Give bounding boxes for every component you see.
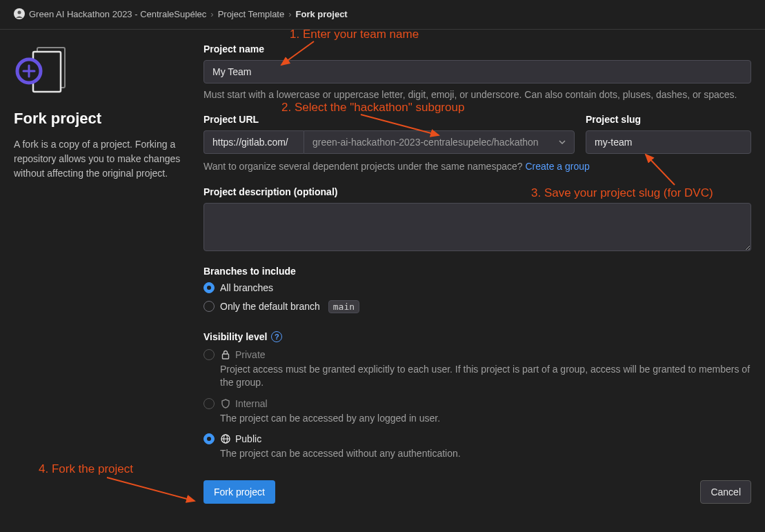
visibility-public-desc: The project can be accessed without any … (220, 447, 751, 461)
visibility-label: Visibility level (203, 331, 267, 342)
svg-rect-7 (223, 354, 229, 359)
visibility-private-desc: Project access must be granted explicitl… (220, 363, 751, 390)
namespace-select-value: green-ai-hackathon-2023-centralesupelec/… (312, 137, 539, 148)
help-icon[interactable]: ? (271, 331, 282, 342)
breadcrumb-current: Fork project (296, 9, 348, 19)
radio-visibility-private: Private (203, 349, 751, 360)
radio-default-branch[interactable]: Only the default branch main (203, 300, 751, 313)
create-group-link[interactable]: Create a group (525, 161, 589, 172)
page-description: A fork is a copy of a project. Forking a… (14, 137, 190, 181)
radio-icon (203, 349, 215, 360)
radio-default-branch-label: Only the default branch (220, 301, 320, 312)
branches-label: Branches to include (203, 266, 751, 277)
visibility-internal-title: Internal (235, 398, 268, 409)
fork-project-icon (14, 43, 68, 97)
page-title: Fork project (14, 110, 190, 128)
visibility-internal-desc: The project can be accessed by any logge… (220, 412, 751, 426)
project-slug-label: Project slug (586, 114, 751, 125)
chevron-right-icon: › (210, 9, 213, 19)
project-slug-input[interactable] (586, 130, 751, 154)
cancel-button[interactable]: Cancel (700, 480, 751, 504)
radio-visibility-public[interactable]: Public (203, 433, 751, 444)
project-description-input[interactable] (203, 203, 751, 251)
chevron-right-icon: › (288, 9, 291, 19)
visibility-public-title: Public (235, 433, 261, 444)
project-name-hint: Must start with a lowercase or uppercase… (203, 88, 751, 101)
project-name-label: Project name (203, 43, 751, 55)
radio-icon (203, 301, 215, 312)
project-url-label: Project URL (203, 114, 575, 125)
project-name-input[interactable] (203, 60, 751, 83)
group-avatar-icon (14, 8, 25, 19)
radio-icon (203, 398, 215, 409)
breadcrumb-project[interactable]: Project Template (218, 9, 285, 19)
radio-icon (203, 282, 215, 293)
project-description-label: Project description (optional) (203, 186, 751, 197)
namespace-select[interactable]: green-ai-hackathon-2023-centralesupelec/… (304, 130, 575, 154)
radio-icon (203, 433, 215, 444)
visibility-private-title: Private (235, 349, 266, 360)
radio-visibility-internal: Internal (203, 398, 751, 409)
svg-point-1 (18, 11, 21, 14)
breadcrumb: Green AI Hackathon 2023 - CentraleSupéle… (0, 0, 765, 30)
default-branch-name: main (328, 300, 359, 313)
radio-all-branches-label: All branches (220, 282, 273, 293)
globe-icon (220, 433, 231, 444)
radio-all-branches[interactable]: All branches (203, 282, 751, 293)
project-url-base: https://gitlab.com/ (203, 130, 304, 154)
chevron-down-icon (559, 137, 566, 148)
shield-icon (220, 398, 231, 409)
breadcrumb-group[interactable]: Green AI Hackathon 2023 - CentraleSupéle… (29, 9, 206, 19)
lock-icon (220, 349, 231, 360)
fork-project-button[interactable]: Fork project (203, 480, 275, 504)
